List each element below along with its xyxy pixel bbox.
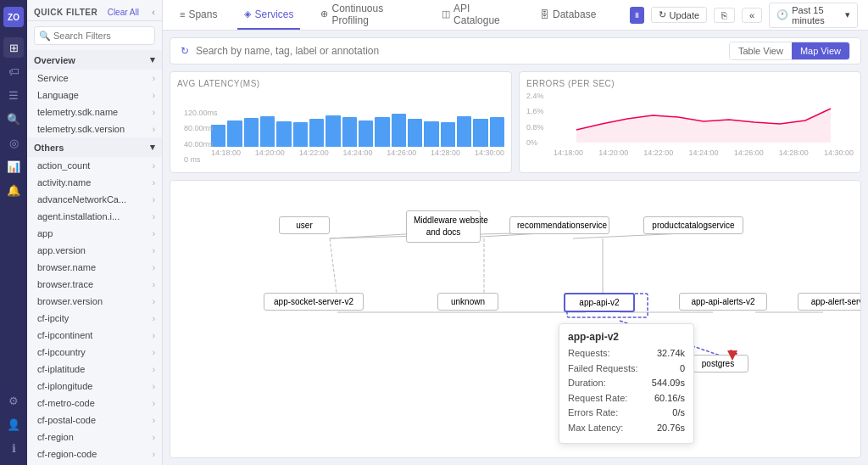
filter-section-others[interactable]: Others ▾ [27,137,162,157]
chevron-icon: › [153,229,155,238]
nav-icon-info[interactable]: ℹ [3,438,24,458]
filter-item-language[interactable]: Language › [27,87,162,104]
map-view-btn[interactable]: Map View [792,42,849,59]
tooltip-row-request-rate: Request Rate: 60.16/s [568,391,685,406]
filter-clear-btn[interactable]: Clear All [108,8,139,17]
content-area: ↻ Table View Map View AVG LATENCY(MS) 12… [163,31,868,465]
tab-database[interactable]: 🗄 Database [533,0,603,30]
chevron-icon: › [153,297,155,306]
profiling-icon: ⊕ [320,8,328,20]
search-input[interactable] [196,45,722,57]
nav-icon-list[interactable]: ☰ [3,85,24,105]
svg-line-10 [330,238,337,300]
tooltip-row-requests: Requests: 32.74k [568,346,685,361]
pause-button[interactable]: ⏸ [630,7,643,24]
chevron-icon: › [153,263,155,272]
api-icon: ◫ [442,8,450,20]
nav-icon-grid[interactable]: ⊞ [3,37,24,58]
filter-item-browser-trace[interactable]: browser.trace› [27,276,162,293]
filter-item-cf-region-code[interactable]: cf-region-code› [27,445,162,462]
filter-item-sdk-name[interactable]: telemetry.sdk.name › [27,104,162,120]
chevron-icon: › [153,178,155,188]
errors-area: 2.4% 1.6% 0.8% 0% 14:18:00 14:20:00 [526,92,854,151]
svg-marker-0 [576,109,831,143]
tab-profiling[interactable]: ⊕ Continuous Profiling [314,0,421,30]
node-middleware[interactable]: Middleware websiteand docs [406,210,481,243]
tab-services[interactable]: ◈ Services [237,0,300,30]
view-toggle: Table View Map View [729,42,850,60]
chevron-icon: › [153,280,155,289]
copy-button[interactable]: ⎘ [714,8,735,23]
node-postgres[interactable]: postgres [687,355,748,373]
filter-section-overview[interactable]: Overview ▾ [27,50,162,70]
nav-icon-bell[interactable]: 🔔 [3,180,24,200]
nav-icon-chart[interactable]: 📊 [3,156,24,176]
filter-item-cf-iplongitude[interactable]: cf-iplongitude› [27,378,162,395]
node-app-socket-server-v2[interactable]: app-socket-server-v2 [264,293,364,311]
chevron-icon: › [153,108,155,117]
avg-latency-chart: AVG LATENCY(MS) 120.00ms 80.00ms 40.00ms… [170,71,512,173]
filter-item-cf-ipcountry[interactable]: cf-ipcountry› [27,344,162,361]
time-range-selector[interactable]: 🕐 Past 15 minutes ▾ [769,3,858,28]
node-productcatalogservice[interactable]: productcatalogservice [643,216,743,234]
filter-item-sdk-version[interactable]: telemetry.sdk.version › [27,120,162,137]
filter-item-app[interactable]: app› [27,225,162,242]
errors-line-svg [554,92,854,143]
nav-icon-tag[interactable]: 🏷 [3,61,24,81]
filter-item-browser-version[interactable]: browser.version› [27,293,162,310]
filter-item-advance-network[interactable]: advanceNetworkCa...› [27,191,162,208]
node-unknown[interactable]: unknown [437,293,498,311]
services-icon: ◈ [244,8,251,20]
filter-item-action-count[interactable]: action_count› [27,157,162,174]
tooltip-row-errors-rate: Errors Rate: 0/s [568,406,685,421]
filter-item-cf-postal-code[interactable]: cf-postal-code› [27,412,162,429]
filter-title: QUICK FILTER [34,8,97,17]
chevron-icon: › [153,382,155,391]
filter-item-app-version[interactable]: app.version› [27,242,162,259]
filter-item-service[interactable]: Service › [27,70,162,87]
tab-spans[interactable]: ≡ Spans [173,0,224,30]
node-user[interactable]: user [279,216,330,234]
filter-item-agent-installation[interactable]: agent.installation.i...› [27,208,162,225]
tooltip-row-failed: Failed Requests: 0 [568,361,685,377]
nav-icon-settings[interactable]: ⚙ [3,390,24,411]
node-tooltip: app-api-v2 Requests: 32.74k Failed Reque… [559,323,694,444]
node-recommendationservice[interactable]: recommendationservice [509,216,609,234]
tab-api-catalogue[interactable]: ◫ API Catalogue [435,0,520,30]
chevron-icon: › [153,348,155,357]
app-logo[interactable]: ZO [3,7,24,27]
history-button[interactable]: « [742,8,762,23]
node-app-api-alerts-v2[interactable]: app-api-alerts-v2 [679,293,767,311]
filter-item-cf-region[interactable]: cf-region› [27,429,162,445]
update-button[interactable]: ↻ Update [651,7,707,23]
table-view-btn[interactable]: Table View [730,42,792,59]
nav-icon-user[interactable]: 👤 [3,414,24,434]
chevron-icon: › [153,91,155,100]
errors-chart: ERRORS (PER SEC) 2.4% 1.6% 0.8% 0% [519,71,861,173]
node-app-api-v2[interactable]: app-api-v2 [564,293,635,312]
chevron-icon: › [153,331,155,340]
avg-latency-title: AVG LATENCY(MS) [177,79,504,88]
chevron-down-icon: ▾ [845,9,850,20]
arrow-down-icon [726,349,739,362]
filter-item-cf-metro-code[interactable]: cf-metro-code› [27,395,162,412]
svg-marker-16 [727,350,737,361]
filter-search-input[interactable] [34,26,155,45]
filter-item-cf-ipcity[interactable]: cf-ipcity› [27,310,162,327]
chevron-icon: › [153,195,155,204]
charts-row: AVG LATENCY(MS) 120.00ms 80.00ms 40.00ms… [170,71,861,173]
chevron-icon: › [153,161,155,171]
tooltip-row-duration: Duration: 544.09s [568,376,685,391]
nav-icon-search[interactable]: 🔍 [3,109,24,129]
chevron-icon: › [153,416,155,425]
filter-item-cf-iplatitude[interactable]: cf-iplatitude› [27,361,162,378]
chevron-icon: › [153,212,155,221]
filter-collapse-btn[interactable]: ‹ [152,7,155,17]
filter-item-browser-name[interactable]: browser.name› [27,259,162,276]
refresh-icon[interactable]: ↻ [181,45,189,57]
node-app-alert-server-v2[interactable]: app-alert-server-v2 [798,293,861,311]
topology-area: user Middleware websiteand docs recommen… [170,180,861,458]
nav-icon-circle[interactable]: ◎ [3,132,24,153]
filter-item-activity-name[interactable]: activity.name› [27,174,162,191]
filter-item-cf-ipcontinent[interactable]: cf-ipcontinent› [27,327,162,344]
